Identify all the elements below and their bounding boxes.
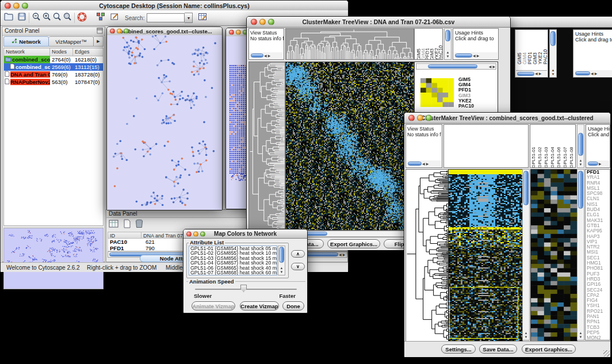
tv2-zoom-heatmap[interactable] bbox=[530, 169, 577, 342]
scroll-up-icon[interactable]: ▲ bbox=[577, 331, 584, 335]
network-row-combined-sco-selected[interactable]: combined_sco 2569(6) 13112(15) bbox=[4, 63, 103, 71]
settings-button[interactable]: Settings... bbox=[441, 344, 476, 354]
create-vizmap-button[interactable]: Create Vizmap bbox=[240, 301, 279, 311]
network-graph-canvas[interactable] bbox=[107, 35, 222, 210]
scrollbar-thumb[interactable] bbox=[550, 31, 556, 46]
select-attributes-icon[interactable] bbox=[108, 219, 120, 231]
tv1-column-dendrogram[interactable] bbox=[285, 28, 414, 60]
scrollbar-thumb[interactable] bbox=[523, 171, 529, 205]
minimize-button[interactable] bbox=[417, 115, 423, 121]
col-header-id[interactable]: ID bbox=[108, 232, 141, 238]
network-row-dna-tran[interactable]: DNA and Tran 07 769(0) 183728(0) bbox=[4, 71, 103, 78]
minimize-button[interactable] bbox=[117, 29, 122, 34]
scroll-right-icon[interactable]: ▶ bbox=[342, 253, 346, 256]
tab-overflow-button[interactable]: ▶ bbox=[94, 36, 104, 47]
move-up-button[interactable]: ∧ bbox=[291, 250, 305, 258]
scroll-right-icon[interactable]: ▶ bbox=[476, 54, 480, 58]
scroll-left-icon[interactable]: ◀ bbox=[472, 54, 476, 58]
animate-vizmap-button[interactable]: Animate Vizmap bbox=[192, 301, 235, 311]
scroll-down-icon[interactable]: ▼ bbox=[577, 335, 584, 339]
network-overview-canvas[interactable] bbox=[4, 228, 103, 289]
minimize-button[interactable] bbox=[193, 231, 198, 236]
export-graphics-button[interactable]: Export Graphics... bbox=[522, 344, 576, 354]
speed-slider-thumb[interactable] bbox=[240, 285, 247, 292]
scroll-down-icon[interactable]: ▼ bbox=[278, 270, 285, 274]
scroll-right-icon[interactable]: ▶ bbox=[267, 54, 271, 58]
labels-hscrollbar[interactable]: ◀▶ bbox=[516, 70, 547, 76]
attribute-item[interactable]: GPL51-07 (GSM868) heat shock 60 min bbox=[189, 270, 277, 275]
scroll-up-icon[interactable]: ▲ bbox=[445, 51, 451, 54]
scroll-down-icon[interactable]: ▼ bbox=[550, 72, 556, 76]
treeview2-titlebar[interactable]: ClusterMaker TreeView : combined_scores_… bbox=[404, 113, 610, 124]
scroll-down-icon[interactable]: ▼ bbox=[577, 163, 584, 166]
table-import-icon[interactable] bbox=[197, 12, 208, 24]
zoom-window-button[interactable] bbox=[268, 19, 274, 25]
scroll-right-icon[interactable]: ▶ bbox=[594, 72, 598, 75]
scrollbar-thumb[interactable] bbox=[517, 72, 534, 76]
zoom-window-button[interactable] bbox=[200, 231, 205, 236]
zoom-out-icon[interactable] bbox=[31, 12, 41, 24]
delete-attribute-icon[interactable] bbox=[135, 219, 144, 231]
view-status-hscrollbar[interactable]: ◀▶ bbox=[407, 160, 441, 167]
scrollbar-thumb[interactable] bbox=[575, 71, 590, 75]
usage-hints-hscrollbar[interactable]: ◀▶ bbox=[454, 52, 498, 59]
close-button[interactable] bbox=[5, 2, 11, 9]
tab-vizmapper[interactable]: VizMapper™ bbox=[49, 36, 94, 47]
scrollbar-thumb[interactable] bbox=[251, 53, 263, 58]
search-dropdown-button[interactable]: ▼ bbox=[185, 13, 193, 23]
zoom-window-button[interactable] bbox=[426, 115, 432, 121]
gene-label[interactable]: MON2 bbox=[586, 335, 610, 340]
scroll-left-icon[interactable]: ◀ bbox=[590, 72, 594, 75]
attribute-list[interactable]: GPL51-01 (GSM854) heat shock 05 minGPL51… bbox=[189, 246, 277, 275]
scrollbar-thumb[interactable] bbox=[578, 171, 583, 209]
scrollbar-thumb[interactable] bbox=[408, 162, 422, 166]
zoom-fit-icon[interactable] bbox=[52, 12, 62, 24]
scrollbar-thumb[interactable] bbox=[578, 133, 583, 156]
zoom-in-icon[interactable] bbox=[41, 12, 52, 24]
scroll-up-icon[interactable]: ▲ bbox=[278, 266, 285, 270]
tv1-labels-vscrollbar[interactable]: ▲ ▼ bbox=[444, 28, 452, 60]
scrollbar-thumb[interactable] bbox=[279, 247, 284, 263]
zoom-window-button[interactable] bbox=[22, 2, 28, 9]
scroll-left-icon[interactable]: ◀ bbox=[338, 253, 342, 256]
scroll-right-icon[interactable]: ▶ bbox=[426, 162, 430, 166]
bg-treeview-vscrollbar[interactable]: ▲ ▼ bbox=[549, 29, 557, 78]
search-input[interactable] bbox=[147, 13, 185, 22]
open-file-icon[interactable] bbox=[3, 12, 14, 24]
scroll-left-icon[interactable]: ◀ bbox=[488, 65, 492, 68]
resize-grip[interactable] bbox=[603, 350, 610, 357]
network-overview-panel[interactable] bbox=[3, 228, 104, 289]
scrollbar-thumb[interactable] bbox=[588, 162, 598, 166]
save-data-button[interactable]: Save Data... bbox=[479, 344, 517, 354]
scrollbar-thumb[interactable] bbox=[428, 64, 477, 68]
scrollbar-thumb[interactable] bbox=[445, 30, 450, 41]
attribute-list-vscrollbar[interactable]: ▲ ▼ bbox=[278, 246, 285, 275]
view-status-hscrollbar[interactable]: ◀▶ bbox=[250, 52, 283, 59]
usage-hints-hscrollbar[interactable]: ◀▶ bbox=[574, 70, 612, 76]
close-button[interactable] bbox=[408, 115, 415, 121]
scroll-right-icon[interactable]: ▶ bbox=[492, 65, 496, 68]
tv1-zoom-hscrollbar[interactable]: ◀▶ bbox=[416, 63, 496, 70]
tab-network[interactable]: Network bbox=[3, 36, 49, 47]
col-header-network[interactable]: Network bbox=[4, 48, 50, 56]
zoom-window-button[interactable] bbox=[124, 29, 129, 34]
scroll-up-icon[interactable]: ▲ bbox=[577, 159, 584, 162]
scroll-right-icon[interactable]: ▶ bbox=[538, 72, 542, 75]
scroll-right-icon[interactable]: ▶ bbox=[598, 162, 602, 166]
close-button[interactable] bbox=[110, 29, 115, 34]
main-titlebar[interactable]: Cytoscape Desktop (Session Name: collins… bbox=[1, 1, 348, 11]
save-icon[interactable] bbox=[17, 12, 27, 24]
float-panel-icon[interactable] bbox=[97, 28, 103, 36]
minimize-button[interactable] bbox=[13, 2, 20, 9]
done-button[interactable]: Done bbox=[282, 301, 304, 311]
tv2-global-heatmap[interactable] bbox=[448, 169, 523, 342]
close-button[interactable] bbox=[186, 231, 192, 236]
scroll-up-icon[interactable]: ▲ bbox=[523, 331, 529, 335]
col-header-nodes[interactable]: Nodes bbox=[50, 48, 73, 56]
treeview1-titlebar[interactable]: ClusterMaker TreeView : DNA and Tran 07-… bbox=[247, 17, 510, 28]
dialog-titlebar[interactable]: Map Colors to Network bbox=[183, 229, 307, 239]
tv1-zoom-heatmap[interactable] bbox=[420, 78, 454, 107]
network-row-rnapuber[interactable]: RNAPuberNov2+! 563(0) 107847(0) bbox=[4, 78, 103, 86]
usage-hints-hscrollbar[interactable]: ▶ bbox=[587, 160, 609, 167]
tv1-global-heatmap[interactable] bbox=[285, 62, 414, 231]
